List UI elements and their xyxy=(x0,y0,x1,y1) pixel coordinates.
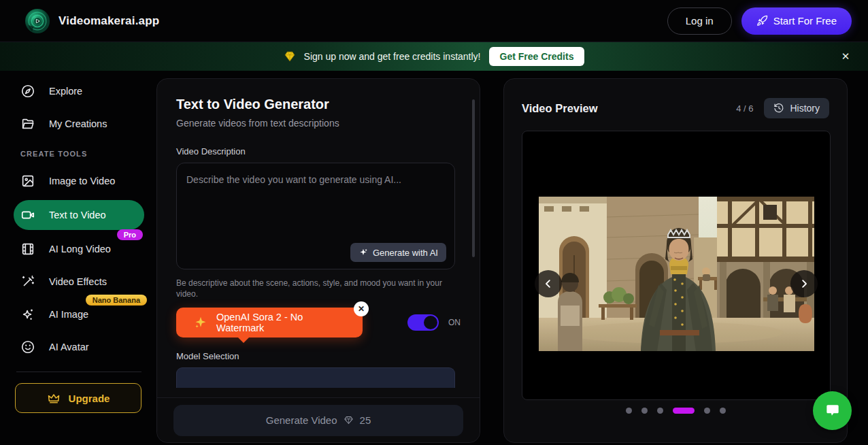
video-description-box: Generate with AI xyxy=(176,163,455,269)
sora-tooltip-badge: OpenAI Sora 2 - No Watermark ✕ xyxy=(176,308,363,337)
history-icon xyxy=(773,103,784,114)
chat-widget-button[interactable] xyxy=(813,391,852,430)
sidebar-label: My Creations xyxy=(49,118,107,129)
description-helper-text: Be descriptive about the scene, actions,… xyxy=(176,278,448,299)
login-button[interactable]: Log in xyxy=(667,7,732,35)
generator-footer: Generate Video 25 xyxy=(157,397,480,442)
sidebar-item-text-to-video[interactable]: Text to Video xyxy=(14,200,144,230)
generate-with-ai-button[interactable]: Generate with AI xyxy=(350,243,446,262)
sidebar-item-video-effects[interactable]: Video Effects xyxy=(14,268,144,295)
preview-title: Video Preview xyxy=(522,102,736,115)
upgrade-button[interactable]: Upgrade xyxy=(15,383,141,413)
sidebar: Explore My Creations CREATE TOOLS Image … xyxy=(0,71,155,445)
carousel-dot[interactable] xyxy=(657,408,663,414)
panel-title: Text to Video Generator xyxy=(176,97,461,112)
video-description-label: Video Description xyxy=(176,146,461,156)
carousel-prev-button[interactable] xyxy=(535,270,562,297)
toggle-knob xyxy=(424,316,437,329)
sidebar-divider xyxy=(16,372,141,372)
sora-close-icon[interactable]: ✕ xyxy=(354,301,369,316)
sidebar-item-ai-long-video[interactable]: AI Long Video Pro xyxy=(14,235,144,263)
chat-bubble-icon xyxy=(824,402,841,420)
sidebar-item-ai-image[interactable]: AI Image Nano Banana xyxy=(14,301,144,328)
sidebar-section-title: CREATE TOOLS xyxy=(20,150,144,158)
sidebar-label: AI Avatar xyxy=(49,342,89,352)
pro-badge: Pro xyxy=(117,229,143,240)
text-to-video-generator-panel: Text to Video Generator Generate videos … xyxy=(156,78,480,443)
sora-toggle[interactable] xyxy=(407,314,439,331)
folder-icon xyxy=(20,116,35,131)
sidebar-label: Image to Video xyxy=(49,176,115,186)
top-header: Videomakerai.app Log in Start For Free xyxy=(0,0,868,42)
carousel-dot[interactable] xyxy=(641,408,648,414)
sidebar-item-image-to-video[interactable]: Image to Video xyxy=(14,167,144,195)
start-for-free-button[interactable]: Start For Free xyxy=(741,7,852,35)
banner-close-icon[interactable]: ✕ xyxy=(837,48,854,65)
panel-subtitle: Generate videos from text descriptions xyxy=(176,118,461,129)
app-root: Videomakerai.app Log in Start For Free xyxy=(0,0,868,445)
magic-wand-icon xyxy=(20,274,35,289)
compass-icon xyxy=(20,84,35,99)
sparkle-gold-icon xyxy=(194,316,207,329)
sidebar-label: Video Effects xyxy=(49,276,107,287)
crown-icon xyxy=(47,391,61,405)
sidebar-label: Explore xyxy=(49,86,82,97)
sidebar-item-ai-avatar[interactable]: AI Avatar xyxy=(14,333,144,361)
nano-banana-badge: Nano Banana xyxy=(86,295,147,306)
brand-name: Videomakerai.app xyxy=(59,14,159,28)
carousel-dot[interactable] xyxy=(626,408,632,414)
get-free-credits-button[interactable]: Get Free Credits xyxy=(489,47,585,66)
preview-counter: 4 / 6 xyxy=(736,103,753,114)
rocket-icon xyxy=(756,15,768,27)
panel-scrollbar[interactable] xyxy=(472,99,475,257)
carousel-dots xyxy=(504,408,847,414)
model-selection-dropdown[interactable] xyxy=(176,367,455,388)
brand[interactable]: Videomakerai.app xyxy=(24,8,159,34)
sidebar-label: AI Image xyxy=(49,309,88,320)
video-camera-icon xyxy=(20,208,35,222)
generate-with-ai-label: Generate with AI xyxy=(373,248,438,258)
carousel-next-button[interactable] xyxy=(790,270,818,297)
sora-badge-label: OpenAI Sora 2 - No Watermark xyxy=(216,312,345,333)
credits-count: 25 xyxy=(360,414,371,426)
sora-toggle-wrap: ON xyxy=(407,314,461,331)
history-label: History xyxy=(790,103,820,114)
carousel-dot[interactable] xyxy=(704,408,710,414)
sidebar-label: AI Long Video xyxy=(49,244,111,254)
sidebar-item-explore[interactable]: Explore xyxy=(14,78,144,105)
video-preview-panel: Video Preview 4 / 6 History xyxy=(503,78,848,443)
generate-video-label: Generate Video xyxy=(266,414,337,426)
sparkle-icon xyxy=(358,248,368,257)
upgrade-label: Upgrade xyxy=(69,393,110,404)
video-thumbnail[interactable] xyxy=(539,197,814,351)
sparkles-icon xyxy=(20,307,35,322)
gem-icon xyxy=(284,50,296,63)
preview-header: Video Preview 4 / 6 History xyxy=(522,98,829,118)
gem-small-icon xyxy=(344,415,354,425)
image-icon xyxy=(20,174,35,188)
promo-banner: Sign up now and get free credits instant… xyxy=(0,42,868,71)
video-frame xyxy=(522,131,831,400)
sidebar-label: Text to Video xyxy=(49,210,106,220)
smiley-icon xyxy=(20,340,35,355)
film-icon xyxy=(20,242,35,257)
banner-text: Sign up now and get free credits instant… xyxy=(304,51,481,62)
carousel-dot-active[interactable] xyxy=(673,408,695,414)
sora-row: OpenAI Sora 2 - No Watermark ✕ ON xyxy=(176,308,461,337)
history-button[interactable]: History xyxy=(764,98,829,118)
header-actions: Log in Start For Free xyxy=(667,7,852,35)
carousel-dot[interactable] xyxy=(720,408,726,414)
generate-video-button[interactable]: Generate Video 25 xyxy=(173,405,463,436)
brand-logo-icon xyxy=(24,8,50,34)
sidebar-item-my-creations[interactable]: My Creations xyxy=(14,110,144,137)
toggle-state-label: ON xyxy=(448,318,461,327)
model-selection-label: Model Selection xyxy=(176,351,461,361)
start-for-free-label: Start For Free xyxy=(773,15,837,27)
